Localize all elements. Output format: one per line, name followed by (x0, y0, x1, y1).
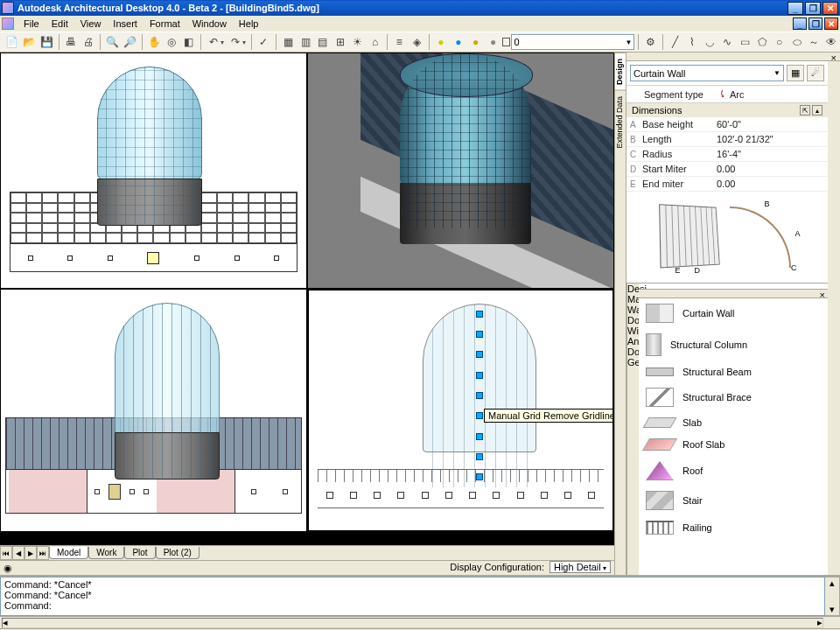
orbit-button[interactable]: ◎ (164, 33, 180, 51)
vtab-general[interactable]: Gen... (627, 357, 639, 368)
palette-close-button[interactable]: × (820, 290, 825, 300)
polyline-tool[interactable]: ⌇ (684, 33, 701, 51)
dimensions-header[interactable]: Dimensions ⇱▴ (626, 103, 828, 117)
vtab-walls[interactable]: Walls (627, 304, 639, 315)
pin-icon[interactable]: ▴ (812, 105, 822, 116)
menu-window[interactable]: Window (186, 18, 233, 29)
undo-dropdown[interactable]: ▾ (220, 38, 226, 46)
eye-tool[interactable]: 👁 (823, 33, 840, 51)
tool-stair[interactable]: Stair (639, 486, 828, 515)
redo-button[interactable]: ↷ (227, 33, 243, 51)
tool-structural-brace[interactable]: Structural Brace (639, 382, 828, 412)
menu-view[interactable]: View (74, 18, 108, 29)
grip-icon[interactable] (476, 331, 483, 338)
grip-icon[interactable] (476, 473, 483, 480)
vtab-extended-data[interactable]: Extended Data (615, 90, 626, 154)
spline-tool[interactable]: ∿ (719, 33, 736, 51)
restore-button[interactable]: ❐ (805, 2, 821, 15)
tool-railing[interactable]: Railing (639, 515, 828, 540)
tab-plot[interactable]: Plot (124, 547, 155, 559)
doc-minimize-button[interactable]: _ (793, 18, 807, 30)
doc-restore-button[interactable]: ❐ (808, 18, 822, 30)
layer-selector[interactable]: 0 ▼ (511, 34, 634, 50)
render-button[interactable]: ☀ (349, 33, 366, 51)
grip-icon[interactable] (476, 311, 483, 318)
quick-select-button[interactable]: ▦ (787, 65, 804, 81)
layer-manager-button[interactable]: ≡ (391, 33, 408, 51)
layout2-button[interactable]: ▥ (298, 33, 314, 51)
tool-structural-beam[interactable]: Structural Beam (639, 361, 828, 382)
circle-tool[interactable]: ○ (771, 33, 788, 51)
cmd-scrollbar-h[interactable]: ◂▸ (2, 618, 823, 628)
menu-format[interactable]: Format (144, 18, 186, 29)
filter-button[interactable]: ⚙ (642, 33, 659, 51)
viewport-front-elevation[interactable] (0, 52, 307, 289)
ellipse-tool[interactable]: ⬭ (788, 33, 805, 51)
grip-icon[interactable] (476, 392, 483, 399)
menu-help[interactable]: Help (233, 18, 265, 29)
grip-icon[interactable] (476, 433, 483, 440)
vtab-windows[interactable]: Wind... (627, 326, 639, 336)
viewport-3d-perspective[interactable] (307, 52, 614, 289)
prop-row-start-miter[interactable]: D Start Miter 0.00 (626, 162, 828, 177)
tool-curtain-wall[interactable]: Curtain Wall (639, 298, 828, 328)
sheet-first-button[interactable]: ⏮ (0, 546, 12, 560)
object-type-selector[interactable]: Curtain Wall ▼ (630, 65, 784, 81)
undo-button[interactable]: ↶ (205, 33, 221, 51)
layer-on-icon[interactable]: ● (467, 33, 484, 51)
tool-structural-column[interactable]: Structural Column (639, 328, 828, 361)
layer-plot-icon[interactable]: ● (485, 33, 501, 51)
layer-color-icon[interactable] (502, 38, 511, 46)
command-line[interactable]: Command: *Cancel* Command: *Cancel* Comm… (0, 577, 825, 616)
vtab-massing[interactable]: Mas... (627, 294, 639, 304)
vtab-annotation[interactable]: Ann... (627, 336, 639, 346)
sheet-next-button[interactable]: ▶ (24, 546, 37, 560)
new-button[interactable]: 📄 (4, 33, 20, 51)
rect-tool[interactable]: ▭ (737, 33, 753, 51)
tab-plot2[interactable]: Plot (2) (156, 547, 200, 559)
grip-icon[interactable] (476, 372, 483, 379)
menu-file[interactable]: File (18, 18, 46, 29)
polygon-tool[interactable]: ⬠ (753, 33, 770, 51)
match-button[interactable]: ✓ (256, 33, 272, 51)
open-button[interactable]: 📂 (21, 33, 38, 51)
prop-row-radius[interactable]: C Radius 16'-4" (626, 147, 828, 162)
grip-icon[interactable] (476, 351, 483, 358)
layout3-button[interactable]: ▤ (315, 33, 332, 51)
vtab-doors[interactable]: Doors (627, 315, 639, 326)
prop-row-base-height[interactable]: A Base height 60'-0" (626, 117, 828, 132)
tab-model[interactable]: Model (49, 547, 88, 559)
pan-button[interactable]: ✋ (146, 33, 163, 51)
layout1-button[interactable]: ▦ (280, 33, 297, 51)
vp4-tower-selected[interactable] (423, 304, 536, 487)
tab-work[interactable]: Work (88, 547, 124, 559)
curve-tool[interactable]: ～ (806, 33, 822, 51)
layer-freeze-icon[interactable]: ● (433, 33, 450, 51)
aperture-icon[interactable]: ◉ (4, 563, 12, 574)
display-config-dropdown[interactable]: High Detail (550, 561, 611, 573)
layer-lock-icon[interactable]: ● (450, 33, 466, 51)
grip-icon[interactable] (476, 453, 483, 460)
sheet-prev-button[interactable]: ◀ (12, 546, 24, 560)
view-button[interactable]: ◧ (181, 33, 198, 51)
select-objects-button[interactable]: ☄ (807, 65, 824, 81)
tool-roof-slab[interactable]: Roof Slab (639, 433, 828, 456)
grip-icon[interactable] (476, 412, 483, 419)
layer-states-button[interactable]: ◈ (409, 33, 425, 51)
print-button[interactable]: 🖶 (63, 33, 80, 51)
menu-insert[interactable]: Insert (107, 18, 144, 29)
minimize-button[interactable]: _ (788, 2, 803, 15)
prop-row-end-miter[interactable]: E End miter 0.00 (626, 177, 828, 192)
props-panel-close-button[interactable]: × (831, 52, 836, 63)
layout4-button[interactable]: ⊞ (332, 33, 348, 51)
line-tool[interactable]: ╱ (667, 33, 683, 51)
cmd-scrollbar-v[interactable]: ▴▾ (825, 577, 840, 616)
prop-row-length[interactable]: B Length 102'-0 21/32" (626, 132, 828, 147)
save-button[interactable]: 💾 (38, 33, 55, 51)
sheet-last-button[interactable]: ⏭ (37, 546, 49, 560)
close-button[interactable]: ✕ (822, 2, 838, 15)
vtab-design2[interactable]: Desi... (627, 284, 639, 294)
doc-close-button[interactable]: ✕ (824, 18, 838, 30)
viewport-rendered-elevation[interactable] (0, 289, 307, 532)
print-preview-button[interactable]: 🖨 (80, 33, 96, 51)
